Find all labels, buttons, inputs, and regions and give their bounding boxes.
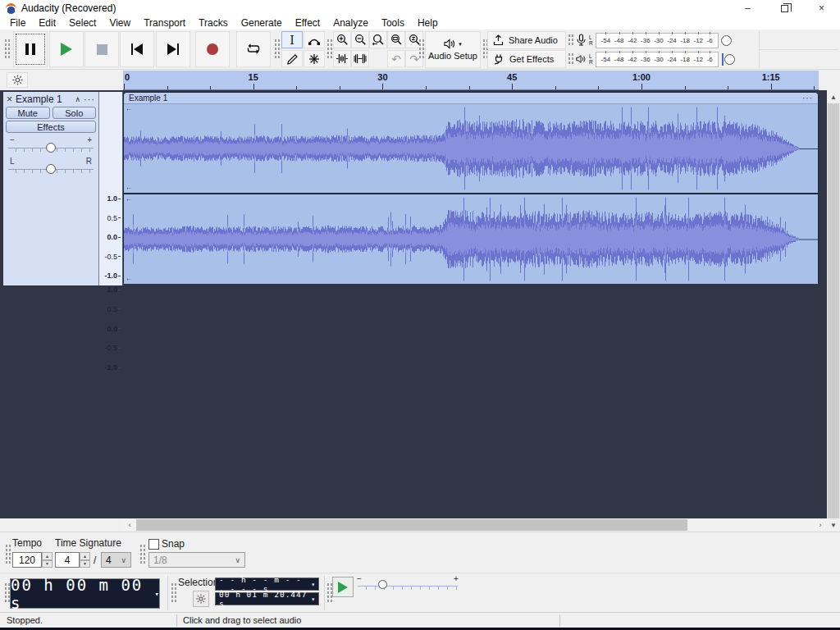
selection-start-field[interactable]: - - h - - m - - . - - - s ▾ (215, 578, 319, 591)
get-effects-button[interactable]: Get Effects (487, 50, 566, 68)
ruler-label: 15 (249, 72, 258, 82)
menu-item-view[interactable]: View (103, 17, 137, 29)
vertical-scrollbar[interactable]: ▲ ▼ (827, 90, 840, 532)
restore-button[interactable] (766, 0, 803, 16)
play-speed-grip[interactable] (326, 582, 332, 604)
zoom-in-button[interactable] (333, 31, 351, 48)
effects-button[interactable]: Effects (6, 121, 96, 133)
clip-menu-button[interactable]: ··· (802, 94, 813, 103)
silence-audio-button[interactable] (351, 50, 369, 67)
mute-button[interactable]: Mute (6, 107, 50, 119)
pause-button[interactable] (13, 31, 48, 67)
horizontal-scrollbar[interactable]: ‹ › (123, 518, 827, 532)
clip-stretch-handle-icon[interactable]: ← (126, 185, 132, 191)
menu-item-generate[interactable]: Generate (235, 17, 289, 29)
menu-item-edit[interactable]: Edit (32, 17, 62, 29)
recording-meter-grip[interactable] (568, 34, 573, 47)
snap-select[interactable]: 1/8∨ (148, 552, 245, 568)
pan-slider-knob[interactable] (46, 164, 56, 174)
waveform-channel-left[interactable]: ← ← (124, 104, 818, 193)
playback-volume-knob[interactable] (724, 54, 735, 65)
tempo-spinner[interactable]: ▲▼ (42, 552, 52, 568)
menu-item-select[interactable]: Select (62, 17, 103, 29)
vertical-ruler[interactable]: 1.00.50.0-0.5-1.01.00.50.0-0.5-1.0 (99, 92, 123, 285)
waveform-canvas-left[interactable] (124, 104, 818, 193)
share-audio-button[interactable]: Share Audio (487, 31, 566, 49)
gain-slider[interactable]: − + (8, 135, 94, 155)
audio-clip[interactable]: Example 1 ··· ← ← ← ← (123, 92, 819, 284)
tools-grip[interactable] (274, 39, 280, 60)
playback-meter-grip[interactable] (568, 52, 573, 66)
zoom-to-selection-button[interactable] (369, 31, 387, 48)
time-grip[interactable] (4, 582, 10, 604)
recording-volume-knob[interactable] (721, 35, 732, 46)
solo-button[interactable]: Solo (52, 107, 97, 119)
recording-meter[interactable]: LR -54-48-42-36-30-24-18-12-6 (568, 31, 756, 49)
timeline-options-button[interactable] (7, 72, 28, 88)
scroll-up-arrow[interactable]: ▲ (827, 90, 840, 103)
tempo-input[interactable]: 120 (12, 552, 42, 568)
scroll-down-arrow[interactable]: ▼ (827, 518, 840, 532)
envelope-tool-button[interactable] (304, 31, 325, 48)
trim-audio-button[interactable] (333, 50, 351, 67)
waveform-canvas-right[interactable] (124, 194, 818, 284)
vertical-scrollbar-thumb[interactable] (828, 103, 839, 518)
track-close-button[interactable]: × (7, 94, 12, 105)
selection-end-field[interactable]: 00 h 01 m 20.447 s ▾ (215, 592, 319, 605)
loop-button[interactable] (236, 31, 271, 67)
record-button[interactable] (195, 31, 230, 67)
horizontal-scrollbar-thumb[interactable] (136, 519, 687, 531)
playback-meter[interactable]: LR -54-48-42-36-30-24-18-12-6 (568, 50, 756, 68)
undo-button[interactable]: ↶ (387, 50, 405, 67)
stop-button[interactable] (84, 31, 119, 67)
multi-tool-button[interactable] (304, 50, 325, 67)
setup-grip[interactable] (418, 39, 424, 60)
play-at-speed-button[interactable] (332, 577, 354, 597)
selection-options-button[interactable] (193, 591, 209, 607)
time-toolbar-grip[interactable] (5, 544, 11, 565)
draw-tool-button[interactable] (281, 50, 303, 67)
clip-stretch-handle-icon[interactable]: ← (126, 106, 132, 112)
menu-item-tracks[interactable]: Tracks (192, 17, 235, 29)
menu-item-analyze[interactable]: Analyze (326, 17, 375, 29)
selection-tool-button[interactable]: I (281, 31, 303, 48)
menu-item-tools[interactable]: Tools (375, 17, 411, 29)
play-speed-slider-track[interactable] (358, 586, 458, 590)
close-button[interactable]: × (803, 0, 840, 16)
minimize-button[interactable]: – (729, 0, 766, 16)
timesig-upper-input[interactable]: 4 (55, 552, 80, 568)
clip-stretch-handle-icon[interactable]: ← (126, 196, 132, 203)
menu-item-file[interactable]: File (3, 17, 32, 29)
pan-slider[interactable]: L R (8, 157, 94, 176)
scroll-right-arrow[interactable]: › (814, 518, 827, 532)
menu-item-help[interactable]: Help (411, 17, 445, 29)
timeline-ruler[interactable]: 01530451:001:15 (123, 71, 819, 90)
skip-to-end-button[interactable] (156, 31, 190, 67)
zoom-out-button[interactable] (351, 31, 369, 48)
audio-setup-button[interactable]: ▾ Audio Setup (425, 31, 481, 68)
snap-checkbox[interactable] (148, 539, 159, 550)
waveform-channel-right[interactable]: ← ← (124, 194, 818, 284)
gain-slider-knob[interactable] (46, 143, 56, 153)
track-name[interactable]: Example 1 (16, 94, 71, 105)
track-collapse-button[interactable]: ∧ (75, 95, 80, 103)
timesig-spinner[interactable]: ▲▼ (80, 552, 90, 568)
skip-to-start-button[interactable] (120, 31, 154, 67)
play-button[interactable] (49, 31, 84, 67)
menu-item-effect[interactable]: Effect (289, 17, 326, 29)
scroll-left-arrow[interactable]: ‹ (123, 518, 136, 532)
track-area[interactable]: × Example 1 ∧ ··· Mute Solo Effects − + … (0, 90, 840, 518)
meter-scale-value: -30 (654, 56, 664, 63)
selection-grip[interactable] (171, 582, 176, 604)
timesig-lower-select[interactable]: 4∨ (101, 552, 131, 568)
menu-item-transport[interactable]: Transport (137, 17, 192, 29)
clip-header[interactable]: Example 1 ··· (124, 93, 818, 104)
snap-toolbar-grip[interactable] (139, 544, 145, 565)
zoom-fit-button[interactable] (387, 31, 405, 48)
clip-stretch-handle-icon[interactable]: ← (126, 276, 132, 282)
transport-grip[interactable] (4, 39, 10, 60)
edit-grip[interactable] (326, 39, 332, 60)
audio-position-display[interactable]: 00 h 00 m 00 s ▾ (10, 578, 160, 609)
play-speed-slider-knob[interactable] (378, 580, 387, 589)
track-menu-button[interactable]: ··· (84, 94, 95, 104)
